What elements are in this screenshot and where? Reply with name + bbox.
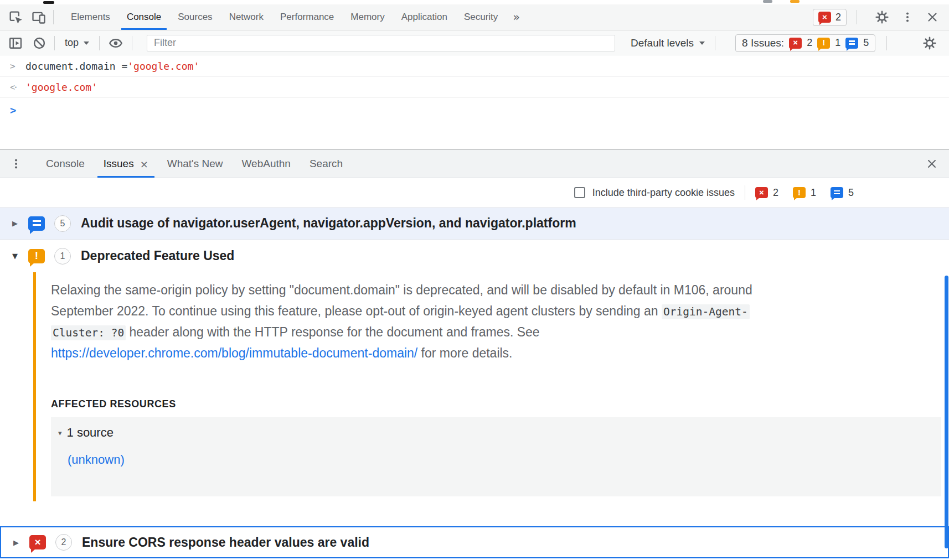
tab-network[interactable]: Network [221, 4, 272, 30]
drawer-tab-console[interactable]: Console [37, 150, 94, 178]
drawer-tab-label: Issues [104, 158, 134, 170]
third-party-cookie-checkbox[interactable] [574, 187, 585, 198]
issue-count-badge: 2 [55, 534, 72, 551]
drawer-tab-issues[interactable]: Issues× [94, 150, 158, 178]
error-count: 2 [773, 187, 778, 199]
tab-memory[interactable]: Memory [342, 4, 393, 30]
drawer: ConsoleIssues×What's NewWebAuthnSearch I… [0, 149, 949, 560]
divider [54, 36, 55, 50]
filter-input[interactable] [147, 35, 615, 51]
error-count: 2 [835, 12, 841, 23]
affected-resources-box: ▾ 1 source (unknown) [51, 417, 941, 496]
console-prompt[interactable]: > [0, 98, 949, 122]
close-drawer-button[interactable] [926, 158, 938, 170]
devtools-window: ElementsConsoleSourcesNetworkPerformance… [0, 0, 949, 560]
drawer-tabs: ConsoleIssues×What's NewWebAuthnSearch [37, 150, 352, 178]
inspect-cursor-icon [8, 9, 23, 25]
divider [715, 36, 715, 50]
more-options-button[interactable] [901, 11, 914, 23]
warning-bubble-icon: ! [793, 187, 806, 198]
description-line: Relaxing the same-origin policy by setti… [51, 279, 881, 300]
warning-accent-bar [33, 272, 36, 501]
device-toolbar-button[interactable] [31, 9, 47, 25]
console-sidebar-toggle-button[interactable] [8, 35, 23, 51]
tab-security[interactable]: Security [456, 4, 506, 30]
chevron-down-icon [699, 42, 705, 45]
context-selector[interactable]: top [65, 37, 89, 49]
block-icon [32, 36, 47, 50]
issue-detail: Relaxing the same-origin policy by setti… [0, 272, 949, 526]
divider [886, 36, 887, 50]
drawer-tab-label: WebAuthn [242, 158, 291, 170]
info-count: 5 [863, 37, 869, 49]
drawer-tab-webauthn[interactable]: WebAuthn [233, 150, 300, 178]
settings-button[interactable] [875, 10, 889, 24]
scrollbar-thumb[interactable] [945, 276, 948, 548]
console-result-entry[interactable]: <· 'google.com' [0, 77, 949, 98]
log-levels-label: Default levels [631, 37, 694, 49]
more-tabs-icon[interactable]: » [513, 11, 520, 24]
error-bubble-icon: × [818, 12, 831, 23]
divider [857, 10, 857, 24]
issues-summary-label: 8 Issues: [742, 37, 784, 49]
issue-group-deprecated-feature[interactable]: ▼ ! 1 Deprecated Feature Used [0, 240, 949, 272]
issues-summary-button[interactable]: 8 Issues: × 2 ! 1 5 [735, 34, 875, 52]
drawer-tab-search[interactable]: Search [300, 150, 352, 178]
divider [132, 36, 132, 50]
info-bubble-icon [845, 38, 858, 49]
description-text: September 2022. To continue using this f… [51, 304, 662, 318]
expand-arrow-icon[interactable]: ▶ [10, 219, 20, 227]
divider [53, 10, 54, 24]
page-behind-strip [0, 0, 949, 4]
description-link[interactable]: https://developer.chrome.com/blog/immuta… [51, 346, 417, 360]
issue-title: Ensure CORS response header values are v… [82, 535, 369, 550]
log-levels-dropdown[interactable]: Default levels [631, 37, 705, 49]
drawer-menu-button[interactable] [10, 158, 22, 170]
close-icon [926, 158, 938, 170]
error-bubble-icon: × [755, 187, 768, 198]
close-icon[interactable]: × [140, 158, 148, 170]
description-text: header along with the HTTP response for … [126, 325, 540, 339]
console-messages: > document.domain = 'google.com' <· 'goo… [0, 56, 949, 149]
description-text: Relaxing the same-origin policy by setti… [51, 283, 752, 297]
close-devtools-button[interactable] [926, 11, 939, 24]
divider [99, 36, 100, 50]
inspect-element-button[interactable] [8, 9, 23, 25]
tab-sources[interactable]: Sources [169, 4, 220, 30]
gear-icon [922, 36, 937, 50]
issue-count-badge: 1 [54, 248, 71, 265]
console-input-entry[interactable]: > document.domain = 'google.com' [0, 56, 949, 77]
collapse-arrow-icon[interactable]: ▼ [10, 252, 20, 260]
sources-toggle-label: 1 source [67, 426, 114, 440]
console-settings-button[interactable] [922, 36, 937, 50]
issue-group-audit-useragent[interactable]: ▶ 5 Audit usage of navigator.userAgent, … [0, 208, 949, 240]
console-input-chevron-icon: > [10, 61, 25, 71]
console-expression: document.domain = [25, 60, 127, 72]
issue-title: Audit usage of navigator.userAgent, navi… [81, 216, 576, 231]
info-bubble-icon [831, 187, 843, 198]
sources-toggle[interactable]: ▾ 1 source [58, 426, 114, 440]
drawer-tab-label: What's New [167, 158, 223, 170]
gear-icon [875, 10, 889, 24]
source-link[interactable]: (unknown) [68, 453, 125, 467]
drawer-tabbar: ConsoleIssues×What's NewWebAuthnSearch [0, 150, 949, 178]
description-line: Cluster: ?0 header along with the HTTP r… [51, 322, 881, 343]
tab-application[interactable]: Application [393, 4, 456, 30]
clear-console-button[interactable] [32, 36, 47, 50]
drawer-tab-what-s-new[interactable]: What's New [158, 150, 233, 178]
issue-title: Deprecated Feature Used [81, 248, 234, 263]
issue-group-cors-headers[interactable]: ▶ × 2 Ensure CORS response header values… [0, 526, 949, 558]
expand-arrow-icon[interactable]: ▶ [11, 538, 21, 547]
console-prompt-chevron-icon: > [10, 104, 25, 116]
tab-performance[interactable]: Performance [272, 4, 342, 30]
live-expression-button[interactable] [107, 36, 124, 50]
chevron-down-icon: ▾ [58, 429, 62, 437]
tab-console[interactable]: Console [118, 4, 169, 30]
tab-elements[interactable]: Elements [63, 4, 118, 30]
third-party-cookie-label[interactable]: Include third-party cookie issues [592, 187, 735, 199]
inline-code: Cluster: ?0 [51, 325, 126, 340]
warning-bubble-icon: ! [817, 38, 830, 49]
error-count-badge[interactable]: × 2 [813, 9, 847, 26]
error-bubble-icon: × [789, 38, 802, 49]
console-result-string: 'google.com' [25, 81, 97, 93]
